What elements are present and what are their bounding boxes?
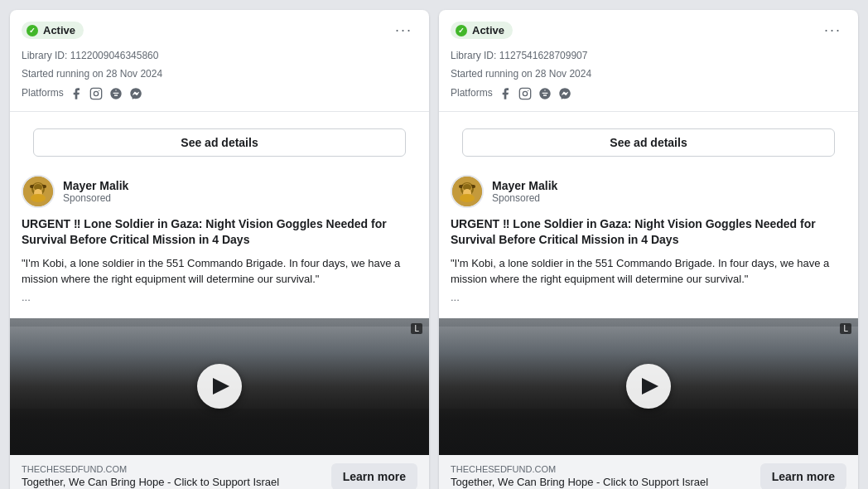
library-id-label: Library ID: <box>451 50 499 61</box>
library-id-label: Library ID: <box>22 50 70 61</box>
messenger-icon <box>557 86 572 101</box>
library-id-value: 1127541628709907 <box>499 50 588 61</box>
platforms-row: Platforms <box>451 85 846 103</box>
library-id-row: Library ID: 1122009046345860 <box>22 47 417 65</box>
advertiser-info: Mayer Malik Sponsored <box>492 179 557 204</box>
threads-icon <box>108 86 123 101</box>
ad-content: Mayer Malik Sponsored URGENT ‼️ Lone Sol… <box>439 165 858 318</box>
advertiser-info: Mayer Malik Sponsored <box>63 179 128 204</box>
status-row: Active ··· <box>451 20 846 41</box>
advertiser-name: Mayer Malik <box>63 179 128 192</box>
platforms-label: Platforms <box>22 85 64 103</box>
ad-ellipsis: ... <box>451 291 846 303</box>
video-label: L <box>840 323 851 334</box>
started-row: Started running on 28 Nov 2024 <box>22 65 417 84</box>
facebook-icon <box>69 86 84 101</box>
ad-content: Mayer Malik Sponsored URGENT ‼️ Lone Sol… <box>10 165 429 318</box>
see-ad-details-button[interactable]: See ad details <box>33 128 406 157</box>
advertiser-name: Mayer Malik <box>492 179 557 192</box>
svg-point-12 <box>528 90 528 91</box>
avatar <box>22 175 55 208</box>
footer-domain: THECHESEDFUND.COM <box>451 464 752 474</box>
video-background: L <box>439 318 858 455</box>
started-label: Started running on 28 Nov 2024 <box>22 68 162 80</box>
status-row: Active ··· <box>22 20 417 41</box>
play-icon <box>213 378 229 395</box>
ad-card-1: Active ··· Library ID: 1122009046345860 … <box>10 10 429 489</box>
card-footer: THECHESEDFUND.COM Together, We Can Bring… <box>10 455 429 489</box>
see-ad-container: See ad details <box>10 112 429 165</box>
messenger-icon <box>128 86 143 101</box>
svg-point-1 <box>94 91 98 95</box>
library-id-row: Library ID: 1127541628709907 <box>451 47 846 65</box>
instagram-icon <box>518 86 533 101</box>
advertiser-row: Mayer Malik Sponsored <box>22 175 417 208</box>
footer-tagline: Together, We Can Bring Hope - Click to S… <box>22 476 323 488</box>
svg-point-2 <box>99 90 99 91</box>
footer-domain: THECHESEDFUND.COM <box>22 464 323 474</box>
avatar-image <box>23 177 53 206</box>
platforms-row: Platforms <box>22 85 417 103</box>
ad-body: "I'm Kobi, a lone soldier in the 551 Com… <box>22 255 417 288</box>
video-label: L <box>411 323 422 334</box>
footer-tagline: Together, We Can Bring Hope - Click to S… <box>451 476 752 488</box>
meta-info: Library ID: 1127541628709907 Started run… <box>451 47 846 103</box>
status-badge: Active <box>451 22 513 39</box>
video-container[interactable]: L <box>439 318 858 455</box>
facebook-icon <box>498 86 513 101</box>
meta-info: Library ID: 1122009046345860 Started run… <box>22 47 417 103</box>
learn-more-button[interactable]: Learn more <box>760 463 846 489</box>
svg-point-9 <box>31 194 46 202</box>
svg-point-11 <box>523 91 527 95</box>
active-check-icon <box>456 25 467 36</box>
svg-rect-0 <box>90 88 101 99</box>
ad-headline: URGENT ‼️ Lone Soldier in Gaza: Night Vi… <box>451 216 846 249</box>
see-ad-container: See ad details <box>439 112 858 165</box>
see-ad-details-button[interactable]: See ad details <box>462 128 835 157</box>
status-badge: Active <box>22 22 84 39</box>
footer-info: THECHESEDFUND.COM Together, We Can Bring… <box>22 464 323 488</box>
svg-rect-10 <box>519 88 530 99</box>
ad-card-2: Active ··· Library ID: 1127541628709907 … <box>439 10 858 489</box>
learn-more-button[interactable]: Learn more <box>331 463 417 489</box>
library-id-value: 1122009046345860 <box>70 50 159 61</box>
more-options-button[interactable]: ··· <box>819 20 846 41</box>
sponsored-label: Sponsored <box>492 192 557 204</box>
card-header-2: Active ··· Library ID: 1127541628709907 … <box>439 10 858 112</box>
advertiser-row: Mayer Malik Sponsored <box>451 175 846 208</box>
card-footer: THECHESEDFUND.COM Together, We Can Bring… <box>439 455 858 489</box>
status-text: Active <box>472 24 504 36</box>
instagram-icon <box>89 86 104 101</box>
ad-body: "I'm Kobi, a lone soldier in the 551 Com… <box>451 255 846 288</box>
ad-headline: URGENT ‼️ Lone Soldier in Gaza: Night Vi… <box>22 216 417 249</box>
active-check-icon <box>27 25 38 36</box>
sponsored-label: Sponsored <box>63 192 128 204</box>
started-label: Started running on 28 Nov 2024 <box>451 68 591 80</box>
video-container[interactable]: L <box>10 318 429 455</box>
platforms-label: Platforms <box>451 85 493 103</box>
started-row: Started running on 28 Nov 2024 <box>451 65 846 84</box>
video-background: L <box>10 318 429 455</box>
footer-info: THECHESEDFUND.COM Together, We Can Bring… <box>451 464 752 488</box>
card-header-1: Active ··· Library ID: 1122009046345860 … <box>10 10 429 112</box>
svg-point-19 <box>460 194 475 202</box>
status-text: Active <box>43 24 75 36</box>
avatar-image <box>452 177 482 206</box>
threads-icon <box>538 86 552 101</box>
more-options-button[interactable]: ··· <box>390 20 417 41</box>
avatar <box>451 175 484 208</box>
ad-ellipsis: ... <box>22 291 417 303</box>
play-icon <box>642 378 658 395</box>
